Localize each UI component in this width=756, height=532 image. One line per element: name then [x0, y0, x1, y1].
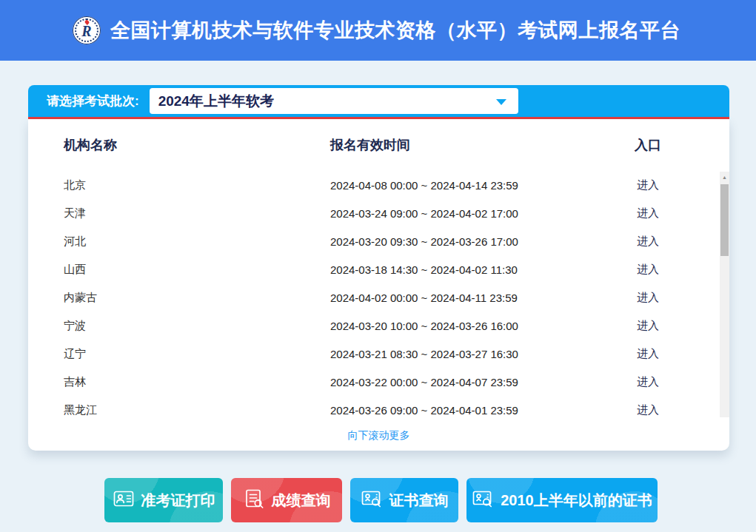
time-range: 2024-03-22 00:00 ~ 2024-04-07 23:59 — [330, 376, 600, 388]
time-range: 2024-03-20 09:30 ~ 2024-03-26 17:00 — [330, 235, 600, 248]
admission-ticket-print-button[interactable]: 准考证打印 — [104, 478, 223, 522]
time-range: 2024-03-26 09:00 ~ 2024-04-01 23:59 — [330, 404, 600, 417]
col-header-org: 机构名称 — [64, 136, 330, 154]
time-range: 2024-03-20 10:00 ~ 2024-03-26 16:00 — [330, 320, 600, 332]
scrollbar-thumb[interactable] — [720, 184, 729, 256]
time-range: 2024-04-02 00:00 ~ 2024-04-11 23:59 — [330, 292, 600, 304]
chevron-down-icon — [496, 99, 506, 105]
app-header: R 全国计算机技术与软件专业技术资格（水平）考试网上报名平台 — [0, 0, 756, 61]
table-row: 辽宁 2024-03-21 08:30 ~ 2024-03-27 16:30 进… — [28, 340, 729, 368]
time-range: 2024-03-18 14:30 ~ 2024-04-02 11:30 — [330, 263, 600, 276]
scrollbar-up-arrow-icon[interactable]: ▲ — [720, 172, 729, 182]
org-table: 机构名称 报名有效时间 入口 北京 2024-04-08 00:00 ~ 202… — [28, 119, 729, 451]
enter-link[interactable]: 进入 — [600, 319, 696, 333]
org-name: 天津 — [64, 206, 330, 220]
org-name: 河北 — [64, 235, 330, 249]
score-search-icon — [243, 488, 265, 514]
certificate-search-icon — [472, 488, 494, 514]
col-header-time: 报名有效时间 — [330, 136, 600, 154]
footer-button-row: 准考证打印 成绩查询 证书查询 — [104, 478, 658, 522]
button-label: 成绩查询 — [272, 491, 331, 511]
admission-ticket-print-icon — [113, 488, 135, 514]
org-name: 黑龙江 — [64, 403, 330, 417]
enter-link[interactable]: 进入 — [600, 347, 696, 361]
time-range: 2024-03-21 08:30 ~ 2024-03-27 16:30 — [330, 348, 600, 360]
batch-selector-label: 请选择考试批次: — [47, 92, 139, 110]
button-label: 证书查询 — [389, 491, 449, 511]
vertical-scrollbar[interactable]: ▲ — [720, 172, 729, 417]
org-name: 北京 — [64, 178, 330, 192]
enter-link[interactable]: 进入 — [600, 263, 696, 277]
table-row: 内蒙古 2024-04-02 00:00 ~ 2024-04-11 23:59 … — [28, 283, 729, 312]
certificate-search-button[interactable]: 证书查询 — [350, 478, 458, 522]
table-row: 河北 2024-03-20 09:30 ~ 2024-03-26 17:00 进… — [28, 227, 729, 255]
batch-select-value: 2024年上半年软考 — [158, 92, 274, 111]
enter-link[interactable]: 进入 — [600, 291, 696, 305]
site-logo-icon: R — [73, 16, 101, 44]
table-row: 天津 2024-03-24 09:00 ~ 2024-04-02 17:00 进… — [28, 199, 729, 227]
table-header-row: 机构名称 报名有效时间 入口 — [28, 119, 729, 171]
logo-letter: R — [81, 24, 91, 38]
table-row: 北京 2024-04-08 00:00 ~ 2024-04-14 23:59 进… — [28, 171, 729, 199]
org-name: 山西 — [64, 263, 330, 277]
enter-link[interactable]: 进入 — [600, 403, 696, 417]
table-scroll-area: 北京 2024-04-08 00:00 ~ 2024-04-14 23:59 进… — [28, 171, 729, 419]
org-name: 内蒙古 — [64, 291, 330, 305]
table-row: 黑龙江 2024-03-26 09:00 ~ 2024-04-01 23:59 … — [28, 396, 729, 419]
time-range: 2024-03-24 09:00 ~ 2024-04-02 17:00 — [330, 207, 600, 220]
button-label: 准考证打印 — [141, 491, 215, 511]
table-row: 宁波 2024-03-20 10:00 ~ 2024-03-26 16:00 进… — [28, 312, 729, 340]
time-range: 2024-04-08 00:00 ~ 2024-04-14 23:59 — [330, 179, 600, 192]
col-header-entry: 入口 — [600, 136, 696, 154]
button-label: 2010上半年以前的证书 — [501, 491, 652, 511]
registration-panel: 请选择考试批次: 2024年上半年软考 机构名称 报名有效时间 入口 北京 20… — [28, 85, 729, 451]
table-row: 山西 2024-03-18 14:30 ~ 2024-04-02 11:30 进… — [28, 255, 729, 283]
table-row: 吉林 2024-03-22 00:00 ~ 2024-04-07 23:59 进… — [28, 368, 729, 396]
batch-selector-bar: 请选择考试批次: 2024年上半年软考 — [28, 85, 729, 117]
scroll-down-more-link[interactable]: 向下滚动更多 — [28, 419, 729, 451]
org-name: 辽宁 — [64, 347, 330, 361]
pre-2010-certificate-button[interactable]: 2010上半年以前的证书 — [466, 478, 658, 522]
enter-link[interactable]: 进入 — [600, 206, 696, 220]
enter-link[interactable]: 进入 — [600, 235, 696, 249]
score-search-button[interactable]: 成绩查询 — [231, 478, 342, 522]
org-name: 宁波 — [64, 319, 330, 333]
batch-select[interactable]: 2024年上半年软考 — [150, 88, 518, 114]
enter-link[interactable]: 进入 — [600, 375, 696, 389]
org-name: 吉林 — [64, 375, 330, 389]
enter-link[interactable]: 进入 — [600, 178, 696, 192]
page-title: 全国计算机技术与软件专业技术资格（水平）考试网上报名平台 — [110, 17, 680, 44]
certificate-search-icon — [361, 488, 383, 514]
